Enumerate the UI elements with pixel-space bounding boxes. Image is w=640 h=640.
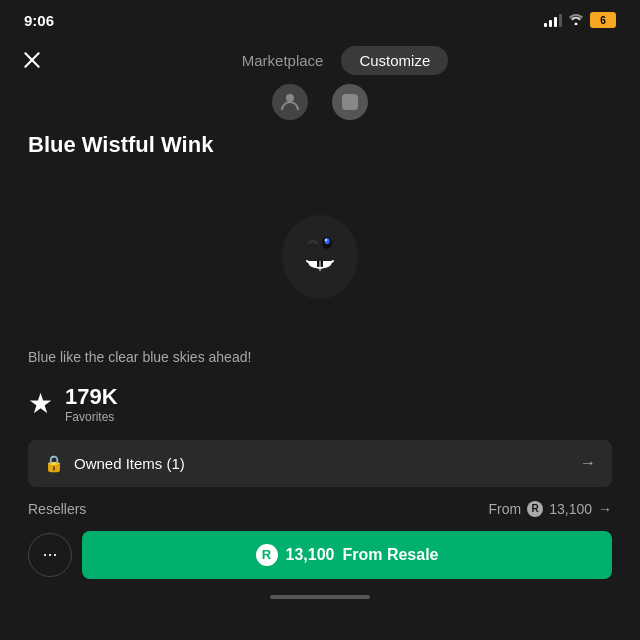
svg-point-7 — [325, 239, 327, 241]
svg-point-4 — [282, 215, 358, 299]
avatar-display — [28, 172, 612, 332]
svg-point-2 — [286, 94, 294, 102]
resellers-label: Resellers — [28, 501, 86, 517]
home-bar — [270, 595, 370, 599]
signal-icon — [544, 13, 562, 27]
tab-customize[interactable]: Customize — [341, 46, 448, 75]
favorites-count: 179K — [65, 384, 118, 410]
more-options-button[interactable]: ··· — [28, 533, 72, 577]
tabs: Marketplace Customize — [48, 46, 624, 75]
status-time: 9:06 — [24, 12, 54, 29]
main-content: Blue Wistful Wink — [0, 122, 640, 579]
avatar-face-icon[interactable] — [332, 84, 368, 120]
favorites-info: 179K Favorites — [65, 384, 118, 424]
resellers-from-label: From — [489, 501, 522, 517]
close-button[interactable] — [16, 44, 48, 76]
robux-icon: R — [256, 544, 278, 566]
buy-bar: ··· R 13,100 From Resale — [28, 531, 612, 579]
svg-rect-3 — [342, 94, 358, 110]
battery-icon: 6 — [590, 12, 616, 28]
lock-icon: 🔒 — [44, 454, 64, 473]
resellers-price-value: 13,100 — [549, 501, 592, 517]
wifi-icon — [568, 13, 584, 28]
status-bar: 9:06 6 — [0, 0, 640, 36]
svg-point-6 — [325, 238, 330, 244]
owned-arrow-icon: → — [580, 454, 596, 472]
status-icons: 6 — [544, 12, 616, 28]
owned-left: 🔒 Owned Items (1) — [44, 454, 185, 473]
buy-price: 13,100 — [286, 546, 335, 564]
face-svg — [265, 197, 375, 307]
more-dots-icon: ··· — [42, 544, 57, 565]
owned-items-bar[interactable]: 🔒 Owned Items (1) → — [28, 440, 612, 487]
resellers-row: Resellers From R 13,100 → — [28, 501, 612, 517]
avatar-nav — [0, 80, 640, 122]
item-description: Blue like the clear blue skies ahead! — [28, 348, 612, 368]
star-icon: ★ — [28, 387, 53, 420]
avatar-face — [260, 192, 380, 312]
resellers-robux-icon: R — [527, 501, 543, 517]
owned-text: Owned Items (1) — [74, 455, 185, 472]
favorites-row: ★ 179K Favorites — [28, 384, 612, 424]
favorites-label: Favorites — [65, 410, 118, 424]
item-title: Blue Wistful Wink — [28, 132, 612, 158]
header: Marketplace Customize — [0, 36, 640, 80]
resellers-arrow-icon: → — [598, 501, 612, 517]
avatar-body-icon[interactable] — [272, 84, 308, 120]
tab-marketplace[interactable]: Marketplace — [224, 46, 342, 75]
home-indicator — [0, 587, 640, 603]
buy-button[interactable]: R 13,100 From Resale — [82, 531, 612, 579]
resellers-price[interactable]: From R 13,100 → — [489, 501, 613, 517]
buy-suffix: From Resale — [342, 546, 438, 564]
